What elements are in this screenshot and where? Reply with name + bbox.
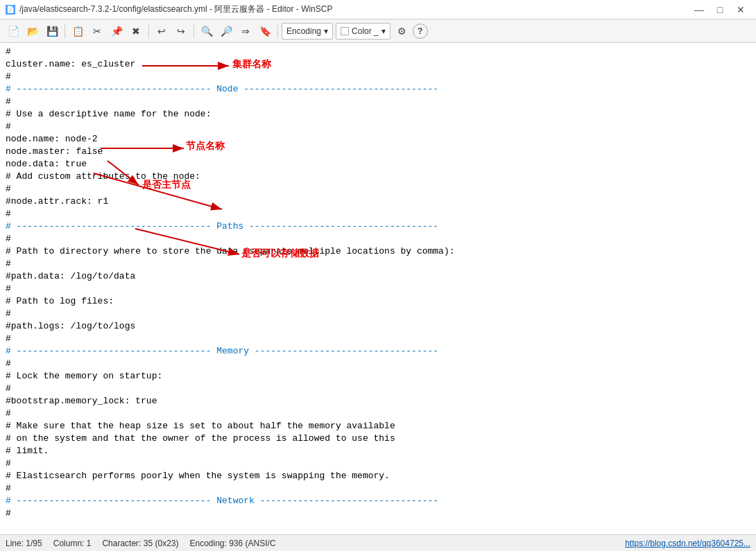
- separator-4: [277, 24, 278, 38]
- new-button[interactable]: 📄: [4, 22, 22, 40]
- code-line: # ------------------------------------ N…: [0, 495, 756, 507]
- code-line: #: [0, 283, 756, 295]
- status-bar: Line: 1/95 Column: 1 Character: 35 (0x23…: [0, 534, 756, 551]
- close-button[interactable]: ✕: [731, 3, 750, 17]
- status-link[interactable]: https://blog.csdn.net/qq3604725...: [625, 539, 750, 548]
- code-line: # Path to directory where to store the d…: [0, 245, 756, 258]
- code-line: #: [0, 258, 756, 270]
- code-line: node.data: true: [0, 158, 756, 170]
- color-dropdown[interactable]: Color _ ▾: [336, 23, 390, 40]
- code-line: # Add custom attributes to the node:: [0, 170, 756, 183]
- code-line: # limit.: [0, 445, 756, 457]
- open-button[interactable]: 📂: [24, 22, 42, 40]
- code-line: #: [0, 333, 756, 345]
- undo-button[interactable]: ↩: [153, 22, 171, 40]
- delete-button[interactable]: ✖: [127, 22, 145, 40]
- code-line: # Lock the memory on startup:: [0, 370, 756, 383]
- code-line: #: [0, 383, 756, 395]
- code-line: # Elasticsearch performs poorly when the…: [0, 470, 756, 482]
- code-line: #: [0, 71, 756, 83]
- editor-container: #cluster.name: es_cluster## ------------…: [0, 43, 756, 534]
- code-line: #: [0, 358, 756, 370]
- code-line: #: [0, 482, 756, 495]
- window-title: /java/elasticsearch-7.3.2-1/config/elast…: [19, 3, 332, 15]
- code-line: #: [0, 183, 756, 195]
- code-line: # ------------------------------------ N…: [0, 83, 756, 96]
- maximize-button[interactable]: □: [710, 3, 730, 17]
- encoding-label: Encoding: [286, 26, 321, 36]
- code-line: # Path to log files:: [0, 295, 756, 308]
- title-bar-left: 📄 /java/elasticsearch-7.3.2-1/config/ela…: [6, 3, 332, 15]
- help-button[interactable]: ?: [413, 24, 428, 39]
- code-line: # ------------------------------------ P…: [0, 220, 756, 233]
- encoding-chevron: ▾: [324, 26, 328, 36]
- separator-1: [65, 24, 65, 38]
- find2-button[interactable]: 🔎: [217, 22, 235, 40]
- code-line: #: [0, 408, 756, 420]
- editor-content[interactable]: #cluster.name: es_cluster## ------------…: [0, 43, 756, 534]
- title-bar: 📄 /java/elasticsearch-7.3.2-1/config/ela…: [0, 0, 756, 19]
- window-controls[interactable]: — □ ✕: [689, 3, 750, 17]
- code-line: #: [0, 121, 756, 133]
- settings-button[interactable]: ⚙: [393, 22, 411, 40]
- code-line: #: [0, 457, 756, 470]
- toolbar: 📄 📂 💾 📋 ✂ 📌 ✖ ↩ ↪ 🔍 🔎 ⇒ 🔖 Encoding ▾ Col…: [0, 19, 756, 43]
- redo-button[interactable]: ↪: [172, 22, 190, 40]
- color-label: Color _: [352, 26, 379, 36]
- cut-button[interactable]: ✂: [88, 22, 106, 40]
- status-column: Column: 1: [53, 539, 92, 548]
- code-line: #path.data: /log/to/data: [0, 270, 756, 283]
- code-line: node.master: false: [0, 146, 756, 158]
- code-line: #: [0, 233, 756, 245]
- code-line: cluster.name: es_cluster: [0, 58, 756, 71]
- bookmark-button[interactable]: 🔖: [256, 22, 274, 40]
- minimize-button[interactable]: —: [689, 3, 709, 17]
- code-line: #: [0, 96, 756, 108]
- separator-3: [194, 24, 194, 38]
- code-line: # Make sure that the heap size is set to…: [0, 420, 756, 432]
- code-line: # ------------------------------------ M…: [0, 345, 756, 358]
- code-line: node.name: node-2: [0, 133, 756, 146]
- color-preview: [341, 27, 349, 35]
- goto-button[interactable]: ⇒: [237, 22, 255, 40]
- copy-button[interactable]: 📋: [69, 22, 87, 40]
- app-icon: 📄: [6, 5, 15, 15]
- code-line: #: [0, 208, 756, 220]
- save-button[interactable]: 💾: [43, 22, 61, 40]
- code-line: # Use a descriptive name for the node:: [0, 108, 756, 121]
- status-character: Character: 35 (0x23): [102, 539, 178, 548]
- color-chevron: ▾: [381, 26, 386, 36]
- code-line: #: [0, 507, 756, 520]
- code-line: #bootstrap.memory_lock: true: [0, 395, 756, 408]
- find-button[interactable]: 🔍: [198, 22, 216, 40]
- code-line: # on the system and that the owner of th…: [0, 432, 756, 445]
- status-line: Line: 1/95: [6, 539, 42, 548]
- code-line: #node.attr.rack: r1: [0, 195, 756, 208]
- paste-button[interactable]: 📌: [108, 22, 126, 40]
- code-line: #: [0, 308, 756, 320]
- separator-2: [148, 24, 149, 38]
- status-encoding: Encoding: 936 (ANSI/C: [189, 539, 275, 548]
- code-line: #path.logs: /log/to/logs: [0, 320, 756, 333]
- encoding-dropdown[interactable]: Encoding ▾: [282, 23, 333, 40]
- code-line: #: [0, 46, 756, 58]
